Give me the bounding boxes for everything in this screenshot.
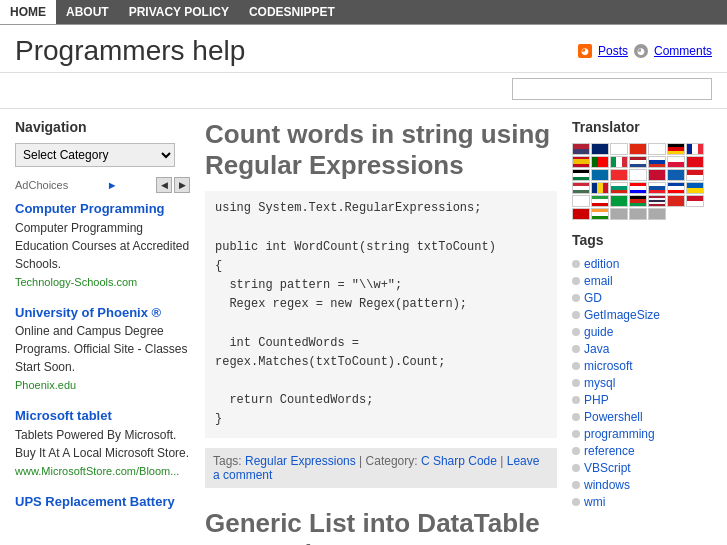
flag-heb-28[interactable]: [572, 195, 590, 207]
flag-dk-18[interactable]: [648, 169, 666, 181]
flag-bg-23[interactable]: [610, 182, 628, 194]
tag-dot-0: [572, 260, 580, 268]
comments-feed-link[interactable]: Comments: [654, 44, 712, 58]
nav-item-home[interactable]: HOME: [0, 0, 56, 24]
tag-link-reference[interactable]: reference: [584, 444, 635, 458]
ad-title-3[interactable]: UPS Replacement Battery: [15, 492, 190, 512]
category-select[interactable]: Select Category: [15, 143, 175, 167]
tag-link-getimagesize[interactable]: GetImageSize: [584, 308, 660, 322]
tag-link-powershell[interactable]: Powershell: [584, 410, 643, 424]
tag-link-email[interactable]: email: [584, 274, 613, 288]
flag-nl-10[interactable]: [629, 156, 647, 168]
flag-sl-26[interactable]: [667, 182, 685, 194]
flag-hi-36[interactable]: [591, 208, 609, 220]
flag-ms-35[interactable]: [572, 208, 590, 220]
flag-fa-29[interactable]: [591, 195, 609, 207]
post-1-title: Count words in string using Regular Expr…: [205, 119, 557, 181]
ad-body-1: Online and Campus Degree Programs. Offic…: [15, 324, 188, 374]
tag-item-6: microsoft: [572, 358, 712, 373]
flag-generic-39[interactable]: [648, 208, 666, 220]
flag-generic-38[interactable]: [629, 208, 647, 220]
ad-next-button[interactable]: ▶: [174, 177, 190, 193]
adchoices-label: AdChoices: [15, 179, 68, 191]
tag-link-edition[interactable]: edition: [584, 257, 619, 271]
flag-id-34[interactable]: [686, 195, 704, 207]
tag-link-vbscript[interactable]: VBScript: [584, 461, 631, 475]
ad-title-1[interactable]: University of Phoenix ®: [15, 303, 190, 323]
flag-fi-17[interactable]: [629, 169, 647, 181]
search-input[interactable]: [512, 78, 712, 100]
tags-label: Tags:: [213, 454, 242, 468]
nav-item-about[interactable]: ABOUT: [56, 0, 119, 24]
flag-cz-20[interactable]: [686, 169, 704, 181]
post-2: Generic List into DataTable conversion /…: [205, 508, 557, 545]
tag-dot-12: [572, 464, 580, 472]
posts-feed-link[interactable]: Posts: [598, 44, 628, 58]
ad-url-2[interactable]: www.MicrosoftStore.com/Bloom...: [15, 465, 179, 477]
ad-body-2: Tablets Powered By Microsoft. Buy It At …: [15, 428, 189, 460]
flag-ua-27[interactable]: [686, 182, 704, 194]
flag-tr-13[interactable]: [686, 156, 704, 168]
flag-fr-6[interactable]: [686, 143, 704, 155]
flag-hu-21[interactable]: [572, 182, 590, 194]
main-content: Count words in string using Regular Expr…: [205, 119, 557, 545]
ad-title-2[interactable]: Microsoft tablet: [15, 406, 190, 426]
flag-cn-3[interactable]: [629, 143, 647, 155]
flag-us-0[interactable]: [572, 143, 590, 155]
nav-item-codesnippet[interactable]: CODESNIPPET: [239, 0, 345, 24]
search-bar-container: [0, 73, 727, 109]
flag-gr-19[interactable]: [667, 169, 685, 181]
translator-title: Translator: [572, 119, 712, 135]
ad-prev-button[interactable]: ◀: [156, 177, 172, 193]
tag-link-programming[interactable]: programming: [584, 427, 655, 441]
flag-generic-37[interactable]: [610, 208, 628, 220]
flag-vi-33[interactable]: [667, 195, 685, 207]
tag-link-guide[interactable]: guide: [584, 325, 613, 339]
tag-item-7: mysql: [572, 375, 712, 390]
flag-br-30[interactable]: [610, 195, 628, 207]
flag-sk-25[interactable]: [648, 182, 666, 194]
tag-dot-7: [572, 379, 580, 387]
tag-link-microsoft[interactable]: microsoft: [584, 359, 633, 373]
tag-link-mysql[interactable]: mysql: [584, 376, 615, 390]
flag-ro-22[interactable]: [591, 182, 609, 194]
flag-pl-12[interactable]: [667, 156, 685, 168]
flag-jp-4[interactable]: [648, 143, 666, 155]
flag-no-16[interactable]: [610, 169, 628, 181]
main-layout: Navigation Select Category AdChoices ► ◀…: [0, 109, 727, 545]
nav-item-privacy-policy[interactable]: PRIVACY POLICY: [119, 0, 239, 24]
tag-link-wmi[interactable]: wmi: [584, 495, 605, 509]
tag-link-windows[interactable]: windows: [584, 478, 630, 492]
flag-ru-11[interactable]: [648, 156, 666, 168]
tag-dot-6: [572, 362, 580, 370]
category-csharp[interactable]: C Sharp Code: [421, 454, 497, 468]
tag-link-php[interactable]: PHP: [584, 393, 609, 407]
tag-item-0: edition: [572, 256, 712, 271]
ad-url-0[interactable]: Technology-Schools.com: [15, 276, 137, 288]
tag-link-java[interactable]: Java: [584, 342, 609, 356]
flag-th-32[interactable]: [648, 195, 666, 207]
post-1-code: using System.Text.RegularExpressions; pu…: [205, 191, 557, 437]
ad-url-1[interactable]: Phoenix.edu: [15, 379, 76, 391]
site-title: Programmers help: [15, 35, 245, 67]
flag-hr-24[interactable]: [629, 182, 647, 194]
flag-de-5[interactable]: [667, 143, 685, 155]
tag-dot-11: [572, 447, 580, 455]
tag-item-4: guide: [572, 324, 712, 339]
tag-regular-expressions[interactable]: Regular Expressions: [245, 454, 356, 468]
flag-uk-1[interactable]: [591, 143, 609, 155]
flag-se-15[interactable]: [591, 169, 609, 181]
ad-block-3: UPS Replacement Battery: [15, 492, 190, 512]
tag-dot-13: [572, 481, 580, 489]
flag-it-9[interactable]: [610, 156, 628, 168]
flag-pt-8[interactable]: [591, 156, 609, 168]
adchoices-bar: AdChoices ► ◀ ▶: [15, 177, 190, 193]
post-1-footer: Tags: Regular Expressions | Category: C …: [205, 448, 557, 488]
flag-ar-14[interactable]: [572, 169, 590, 181]
ad-title-0[interactable]: Computer Programming: [15, 199, 190, 219]
adchoices-icon: ►: [107, 179, 118, 191]
tag-link-gd[interactable]: GD: [584, 291, 602, 305]
flag-es-7[interactable]: [572, 156, 590, 168]
flag-kr-2[interactable]: [610, 143, 628, 155]
flag-af-31[interactable]: [629, 195, 647, 207]
